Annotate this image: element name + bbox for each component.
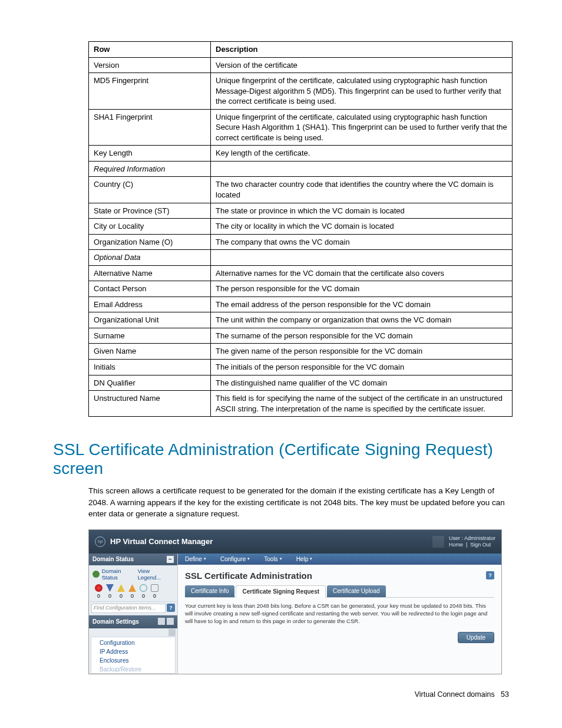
tree-enclosures[interactable]: Enclosures bbox=[91, 656, 175, 665]
status-warning-icon[interactable] bbox=[128, 584, 136, 592]
table-row-desc: The email address of the person responsi… bbox=[211, 297, 513, 312]
table-row-desc: The surname of the person responsible fo… bbox=[211, 328, 513, 344]
collapse-all-icon[interactable] bbox=[167, 618, 174, 625]
table-row-label: Version bbox=[89, 57, 211, 73]
footer-page: 53 bbox=[501, 690, 509, 699]
find-input[interactable]: Find Configuration Items... bbox=[91, 604, 166, 613]
table-row-desc: Alternative names for the VC domain that… bbox=[211, 265, 513, 281]
table-row-desc: The company that owns the VC domain bbox=[211, 234, 513, 250]
menu-define[interactable]: Define bbox=[178, 554, 213, 565]
table-row-desc: Unique fingerprint of the certificate, c… bbox=[211, 73, 513, 110]
user-label: User : Administrator bbox=[449, 535, 495, 542]
tree-configuration[interactable]: Configuration bbox=[91, 638, 175, 647]
table-row-label: Initials bbox=[89, 360, 211, 375]
header-decoration-icon bbox=[432, 536, 444, 548]
page-title: SSL Certificate Administration bbox=[185, 571, 312, 581]
count-3: 0 bbox=[128, 593, 136, 599]
find-help-icon[interactable]: ? bbox=[167, 604, 175, 612]
tab-certificate-upload[interactable]: Certificate Upload bbox=[327, 585, 385, 597]
hp-logo-icon: hp bbox=[95, 536, 105, 547]
table-row-label: State or Province (ST) bbox=[89, 203, 211, 219]
update-button[interactable]: Update bbox=[458, 632, 494, 643]
page-footer: Virtual Connect domains 53 bbox=[415, 690, 509, 699]
menu-help[interactable]: Help bbox=[289, 554, 320, 565]
signout-link[interactable]: Sign Out bbox=[470, 542, 491, 548]
domain-status-panel-header[interactable]: Domain Status − bbox=[89, 554, 177, 565]
tabs: Certificate Info Certificate Signing Req… bbox=[185, 585, 494, 598]
table-row-label: Required Information bbox=[89, 161, 211, 177]
menu-tools[interactable]: Tools bbox=[257, 554, 289, 565]
table-row-label: SHA1 Fingerprint bbox=[89, 109, 211, 146]
table-row-label: Organization Name (O) bbox=[89, 234, 211, 250]
page-help-icon[interactable]: ? bbox=[486, 571, 494, 579]
table-row-desc: The unit within the company or organizat… bbox=[211, 312, 513, 328]
view-legend-link[interactable]: View Legend... bbox=[138, 568, 174, 581]
collapse-icon[interactable]: − bbox=[167, 556, 174, 563]
table-row-label: City or Locality bbox=[89, 219, 211, 235]
domain-status-panel-title: Domain Status bbox=[92, 556, 134, 562]
table-row-desc: The given name of the person responsible… bbox=[211, 344, 513, 360]
count-0: 0 bbox=[95, 593, 103, 599]
table-row-desc: The distinguished name qualifier of the … bbox=[211, 375, 513, 391]
tree-ip-address[interactable]: IP Address bbox=[91, 647, 175, 656]
table-row-desc: The person responsible for the VC domain bbox=[211, 281, 513, 297]
table-row-label: MD5 Fingerprint bbox=[89, 73, 211, 110]
main-panel: Define Configure Tools Help SSL Certific… bbox=[178, 554, 501, 674]
app-header: hp HP Virtual Connect Manager User : Adm… bbox=[89, 530, 501, 554]
status-icons-row bbox=[89, 583, 177, 593]
th-description: Description bbox=[211, 42, 513, 58]
table-row-desc: The state or province in which the VC do… bbox=[211, 203, 513, 219]
table-row-desc: Version of the certificate bbox=[211, 57, 513, 73]
table-row-desc: This field is for specifying the name of… bbox=[211, 391, 513, 417]
table-row-desc: The city or locality in which the VC dom… bbox=[211, 219, 513, 235]
app-title: HP Virtual Connect Manager bbox=[110, 537, 213, 546]
table-row-label: Surname bbox=[89, 328, 211, 344]
scroll-up-icon[interactable] bbox=[168, 629, 176, 636]
count-1: 0 bbox=[106, 593, 114, 599]
th-row: Row bbox=[89, 42, 211, 58]
table-row-label: Country (C) bbox=[89, 177, 211, 203]
status-degraded-icon[interactable] bbox=[106, 584, 114, 592]
table-row-desc bbox=[211, 250, 513, 266]
footer-text: Virtual Connect domains bbox=[415, 690, 495, 699]
count-2: 0 bbox=[117, 593, 125, 599]
tab-csr[interactable]: Certificate Signing Request bbox=[236, 585, 326, 598]
certificate-fields-table: Row Description VersionVersion of the ce… bbox=[88, 41, 513, 417]
home-link[interactable]: Home bbox=[449, 542, 463, 548]
status-error-icon[interactable] bbox=[95, 584, 103, 592]
expand-all-icon[interactable] bbox=[158, 618, 165, 625]
user-info: User : Administrator Home | Sign Out bbox=[449, 535, 495, 548]
nav-tree: Configuration IP Address Enclosures Back… bbox=[91, 637, 176, 674]
table-row-label: Organizational Unit bbox=[89, 312, 211, 328]
section-body: This screen allows a certificate request… bbox=[88, 485, 513, 520]
app-screenshot: hp HP Virtual Connect Manager User : Adm… bbox=[88, 529, 502, 674]
warning-text: Your current key is less than 2048 bits … bbox=[185, 602, 494, 625]
sidebar: Domain Status − Domain Status View Legen… bbox=[89, 554, 178, 674]
status-info-icon[interactable] bbox=[140, 584, 147, 592]
domain-settings-panel-title: Domain Settings bbox=[92, 618, 139, 625]
tree-backup-restore[interactable]: Backup/Restore bbox=[91, 665, 175, 672]
table-row-label: Unstructured Name bbox=[89, 391, 211, 417]
table-row-label: DN Qualifier bbox=[89, 375, 211, 391]
table-row-label: Given Name bbox=[89, 344, 211, 360]
table-row-desc bbox=[211, 161, 513, 177]
table-row-label: Key Length bbox=[89, 146, 211, 162]
table-row-desc: Key length of the certificate. bbox=[211, 146, 513, 162]
table-row-label: Optional Data bbox=[89, 250, 211, 266]
count-5: 0 bbox=[151, 593, 158, 599]
table-row-label: Alternative Name bbox=[89, 265, 211, 281]
domain-status-link[interactable]: Domain Status bbox=[102, 568, 138, 581]
table-row-label: Email Address bbox=[89, 297, 211, 312]
domain-settings-panel-header[interactable]: Domain Settings bbox=[89, 615, 177, 628]
table-row-desc: The two character country code that iden… bbox=[211, 177, 513, 203]
count-4: 0 bbox=[140, 593, 147, 599]
status-counts-row: 0 0 0 0 0 0 bbox=[89, 593, 177, 601]
tab-certificate-info[interactable]: Certificate Info bbox=[185, 585, 234, 597]
section-heading: SSL Certificate Administration (Certific… bbox=[53, 440, 509, 478]
status-unknown-icon[interactable] bbox=[151, 584, 158, 592]
menu-configure[interactable]: Configure bbox=[213, 554, 257, 565]
table-row-desc: The initials of the person responsible f… bbox=[211, 360, 513, 375]
table-row-desc: Unique fingerprint of the certificate, c… bbox=[211, 109, 513, 146]
refresh-icon[interactable] bbox=[92, 571, 100, 578]
status-caution-icon[interactable] bbox=[117, 584, 125, 592]
